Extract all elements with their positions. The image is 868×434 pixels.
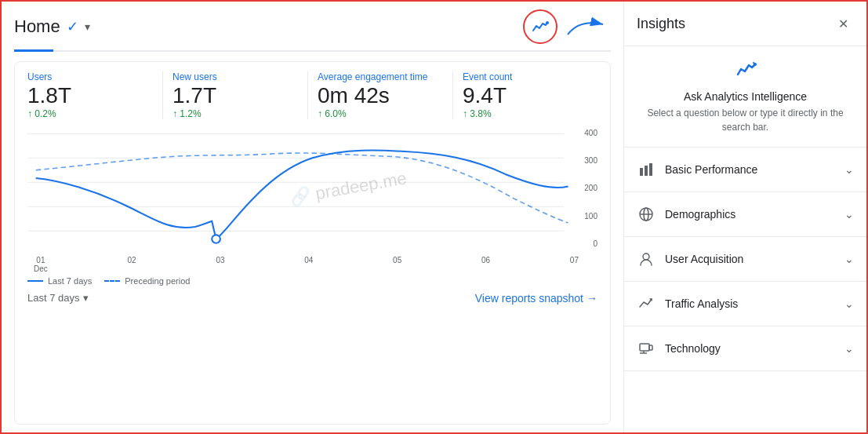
svg-rect-17 <box>649 345 652 350</box>
x-label-04: 04 <box>304 256 313 273</box>
y-axis: 400 300 200 100 0 <box>584 126 597 251</box>
svg-point-8 <box>754 63 757 66</box>
traffic-analysis-icon <box>637 294 656 313</box>
user-acquisition-label: User Acquisition <box>665 253 743 265</box>
home-header: Home ✓ ▾ <box>14 9 611 44</box>
stat-new-users-label: New users <box>173 71 298 82</box>
insights-close-button[interactable]: ✕ <box>832 13 854 35</box>
x-label-03: 03 <box>216 256 224 273</box>
insights-trigger-button[interactable] <box>523 9 557 44</box>
insights-sidebar-header: Insights ✕ <box>624 2 866 46</box>
card-footer: Last 7 days ▾ View reports snapshot → <box>27 292 597 305</box>
stat-engagement-change: ↑ 6.0% <box>318 108 443 119</box>
legend-dashed-line <box>104 280 120 282</box>
y-300: 300 <box>584 156 597 165</box>
technology-icon <box>637 339 656 358</box>
y-200: 200 <box>584 184 597 192</box>
svg-point-7 <box>212 235 220 243</box>
x-label-01: 01 Dec <box>34 256 48 273</box>
date-range-label: Last 7 days <box>27 292 80 304</box>
stat-users-change: ↑ 0.2% <box>27 108 153 119</box>
technology-chevron: ⌄ <box>844 342 854 355</box>
date-dropdown-chevron: ▾ <box>83 292 89 304</box>
stat-new-users: New users 1.7T ↑ 1.2% <box>163 71 308 119</box>
view-reports-link[interactable]: View reports snapshot → <box>475 292 597 305</box>
x-label-07: 07 <box>570 256 579 273</box>
stat-events: Event count 9.4T ↑ 3.8% <box>453 71 597 119</box>
tab-active-indicator <box>14 49 53 52</box>
stat-new-users-value: 1.7T <box>173 84 298 108</box>
insights-trigger-area <box>523 9 611 44</box>
insight-item-basic-performance[interactable]: Basic Performance ⌄ <box>624 148 866 192</box>
basic-performance-label: Basic Performance <box>665 163 757 176</box>
legend-dashed-label: Preceding period <box>125 276 190 286</box>
demographics-label: Demographics <box>665 208 735 221</box>
stat-events-change: ↑ 3.8% <box>463 108 588 119</box>
legend-preceding: Preceding period <box>104 276 190 286</box>
stats-card: Users 1.8T ↑ 0.2% New users 1.7T ↑ 1.2% … <box>14 61 611 425</box>
user-acquisition-icon <box>637 250 656 268</box>
svg-rect-10 <box>645 166 648 176</box>
stat-engagement: Average engagement time 0m 42s ↑ 6.0% <box>308 71 453 119</box>
stats-row: Users 1.8T ↑ 0.2% New users 1.7T ↑ 1.2% … <box>27 71 597 119</box>
stat-users-label: Users <box>27 71 153 82</box>
home-label: Home <box>14 16 60 37</box>
insights-sparkline-icon <box>532 18 549 35</box>
user-acquisition-chevron: ⌄ <box>844 253 854 265</box>
date-range-dropdown[interactable]: Last 7 days ▾ <box>27 292 89 304</box>
x-axis-labels: 01 Dec 02 03 04 05 06 07 <box>27 254 597 273</box>
traffic-analysis-label: Traffic Analysis <box>665 297 738 310</box>
svg-rect-11 <box>649 163 652 176</box>
stat-new-users-change: ↑ 1.2% <box>173 108 298 119</box>
y-100: 100 <box>584 212 597 221</box>
demographics-icon <box>637 205 656 224</box>
insight-item-user-acquisition[interactable]: User Acquisition ⌄ <box>624 237 866 282</box>
stat-users: Users 1.8T ↑ 0.2% <box>27 71 163 119</box>
chart-container: 400 300 200 100 0 🔗 pradeep.m <box>27 126 597 251</box>
legend-solid-line <box>27 280 43 282</box>
insight-item-traffic-analysis[interactable]: Traffic Analysis ⌄ <box>624 282 866 326</box>
chart-legend: Last 7 days Preceding period <box>27 276 597 286</box>
y-400: 400 <box>584 129 597 137</box>
view-reports-arrow: → <box>587 292 597 305</box>
stat-engagement-value: 0m 42s <box>318 84 443 108</box>
arrow-annotation-svg <box>564 15 611 38</box>
insight-item-technology[interactable]: Technology ⌄ <box>624 326 866 371</box>
insights-sidebar-title: Insights <box>637 16 685 32</box>
home-title-group: Home ✓ ▾ <box>14 16 90 37</box>
analytics-intelligence-icon <box>637 59 854 86</box>
x-label-05: 05 <box>393 256 401 273</box>
basic-performance-icon <box>637 160 656 179</box>
svg-point-0 <box>546 21 549 24</box>
view-reports-label: View reports snapshot <box>475 292 583 305</box>
legend-last7: Last 7 days <box>27 276 92 286</box>
main-content: Home ✓ ▾ <box>2 2 623 432</box>
close-icon: ✕ <box>838 16 848 31</box>
svg-rect-16 <box>640 344 649 351</box>
stat-events-value: 9.4T <box>463 84 588 108</box>
x-label-06: 06 <box>481 256 490 273</box>
stat-engagement-label: Average engagement time <box>318 71 443 82</box>
demographics-chevron: ⌄ <box>844 208 854 221</box>
stat-events-label: Event count <box>463 71 588 82</box>
stat-users-value: 1.8T <box>27 84 153 108</box>
insights-sidebar: Insights ✕ Ask Analytics Intelligence Se… <box>623 2 866 432</box>
technology-label: Technology <box>665 342 721 355</box>
tab-bar <box>14 50 611 52</box>
check-icon: ✓ <box>67 18 78 35</box>
svg-rect-9 <box>640 168 643 176</box>
svg-point-15 <box>643 253 649 260</box>
traffic-analysis-chevron: ⌄ <box>844 297 854 310</box>
x-label-02: 02 <box>128 256 136 273</box>
home-dropdown-icon[interactable]: ▾ <box>85 20 90 33</box>
legend-solid-label: Last 7 days <box>48 276 92 286</box>
y-0: 0 <box>584 239 597 248</box>
insight-item-demographics[interactable]: Demographics ⌄ <box>624 192 866 237</box>
ask-analytics-section: Ask Analytics Intelligence Select a ques… <box>624 46 866 148</box>
chart-svg <box>27 126 597 251</box>
ask-analytics-title: Ask Analytics Intelligence <box>637 90 854 103</box>
ask-analytics-subtitle: Select a question below or type it direc… <box>637 106 854 134</box>
basic-performance-chevron: ⌄ <box>844 163 854 176</box>
